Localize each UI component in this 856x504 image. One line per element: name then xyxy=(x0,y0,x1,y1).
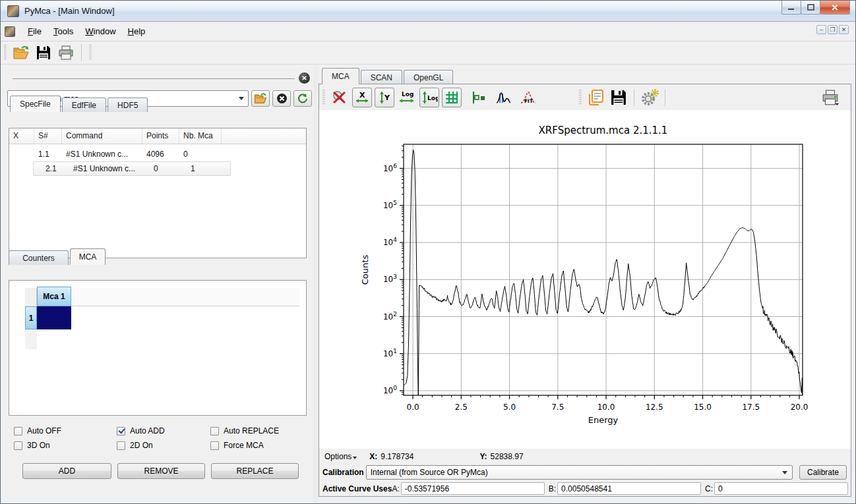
plot-toolbar: X Y Log xyxy=(319,84,851,110)
app-icon xyxy=(7,5,19,17)
svg-text:10.0: 10.0 xyxy=(597,403,615,412)
svg-text:X: X xyxy=(359,91,365,99)
options-button[interactable]: Options xyxy=(324,452,352,461)
col-x[interactable]: X xyxy=(9,128,34,144)
checkbox-auto-replace[interactable]: Auto REPLACE xyxy=(210,426,279,435)
window-title: PyMca - [Main Window] xyxy=(24,6,115,16)
active-curve-row: Active Curve Uses A: -0.53571956 B: 0.00… xyxy=(319,481,851,496)
preferences-icon[interactable] xyxy=(640,88,659,107)
c-field[interactable]: 0 xyxy=(714,482,848,495)
options-arrow-icon xyxy=(352,455,357,461)
a-field[interactable]: -0.53571956 xyxy=(401,482,545,495)
checkbox-3d-on[interactable]: 3D On xyxy=(14,441,50,450)
col-nbmca[interactable]: Nb. Mca xyxy=(179,128,222,144)
scan-row-selected[interactable]: 2.1 #S1 Unknown c... 0 1 xyxy=(33,161,231,176)
remove-button[interactable]: REMOVE xyxy=(117,463,205,479)
y-log-button[interactable]: Log xyxy=(419,88,439,107)
mca-selected-cell[interactable] xyxy=(37,306,71,329)
y-autoscale-button[interactable]: Y xyxy=(375,88,394,107)
dock-close-icon[interactable]: ✕ xyxy=(299,72,310,84)
print-icon[interactable] xyxy=(57,44,75,61)
refresh-icon[interactable] xyxy=(293,90,312,107)
col-s[interactable]: S# xyxy=(34,128,62,144)
scan-table-header: X S# Command Points Nb. Mca xyxy=(9,128,306,144)
mca-row-header[interactable]: 1 xyxy=(25,306,37,329)
plot-toolbar-grip2[interactable] xyxy=(579,90,582,105)
menu-help[interactable]: Help xyxy=(122,24,152,39)
svg-text:Log: Log xyxy=(402,91,413,98)
menu-tools[interactable]: Tools xyxy=(47,24,79,39)
calibration-label: Calibration xyxy=(322,468,364,477)
checkbox-2d-on[interactable]: 2D On xyxy=(117,441,153,450)
tab-hdf5[interactable]: HDF5 xyxy=(107,98,148,112)
title-bar: PyMca - [Main Window] ✕ xyxy=(1,1,855,22)
x-axis-label: Energy xyxy=(588,415,619,425)
svg-text:Y: Y xyxy=(384,94,390,102)
open-source-button[interactable] xyxy=(251,90,270,107)
mca-column-header[interactable]: Mca 1 xyxy=(37,287,71,306)
grid-button[interactable] xyxy=(442,88,462,107)
x-log-icon[interactable]: Log xyxy=(397,88,417,107)
menu-file[interactable]: File xyxy=(22,24,47,39)
minimize-button[interactable] xyxy=(781,1,801,14)
svg-text:2.5: 2.5 xyxy=(455,403,468,412)
tab-mca-view[interactable]: MCA xyxy=(322,68,359,84)
checkbox-force-mca[interactable]: Force MCA xyxy=(210,441,264,450)
replace-button[interactable]: REPLACE xyxy=(211,463,299,479)
svg-text:5.0: 5.0 xyxy=(503,403,516,412)
cursor-y-label: Y: xyxy=(479,452,487,461)
calibrate-button[interactable]: Calibrate xyxy=(799,465,847,480)
close-source-button[interactable] xyxy=(272,90,291,107)
mdi-app-icon xyxy=(5,26,15,37)
col-points[interactable]: Points xyxy=(142,128,179,144)
mdi-close-button[interactable]: ✕ xyxy=(839,25,849,34)
svg-text:Log: Log xyxy=(427,95,438,101)
x-autoscale-button[interactable]: X xyxy=(352,88,372,107)
plot-canvas[interactable]: 0.02.55.07.510.012.515.017.520.010010110… xyxy=(319,110,851,449)
cursor-y-value: 52838.97 xyxy=(491,452,524,461)
svg-text:FIT: FIT xyxy=(524,98,534,104)
tab-specfile[interactable]: SpecFile xyxy=(10,96,61,112)
svg-text:12.5: 12.5 xyxy=(646,403,663,412)
save-icon[interactable] xyxy=(34,44,53,61)
zoom-reset-icon[interactable] xyxy=(330,88,350,107)
menu-window[interactable]: Window xyxy=(79,24,121,39)
plot-status-bar: Options X: 9.178734 Y: 52838.97 xyxy=(319,449,851,464)
toggle-points-icon[interactable] xyxy=(468,88,488,107)
mdi-restore-button[interactable]: ❐ xyxy=(828,25,838,34)
tab-edffile[interactable]: EdfFile xyxy=(62,98,106,112)
tab-mca[interactable]: MCA xyxy=(70,248,106,265)
calibration-combobox[interactable]: Internal (from Source OR PyMca) xyxy=(366,465,793,480)
tab-scan-view[interactable]: SCAN xyxy=(361,70,402,84)
chevron-down-icon xyxy=(782,471,787,474)
checkbox-auto-add[interactable]: Auto ADD xyxy=(117,426,165,435)
scan-row[interactable]: 1.1 #S1 Unknown c... 4096 0 xyxy=(9,147,306,161)
dock-separator xyxy=(13,78,295,79)
col-command[interactable]: Command xyxy=(62,128,142,144)
a-label: A: xyxy=(392,484,399,493)
tab-counters[interactable]: Counters xyxy=(9,250,69,265)
add-button[interactable]: ADD xyxy=(22,463,111,479)
fit-icon[interactable]: FIT xyxy=(518,88,538,107)
tab-opengl-view[interactable]: OpenGL xyxy=(404,70,453,84)
copy-icon[interactable] xyxy=(586,88,606,107)
close-button[interactable]: ✕ xyxy=(820,1,850,14)
mca-corner-cell xyxy=(25,288,37,306)
peak-search-icon[interactable] xyxy=(493,88,513,107)
open-file-icon[interactable] xyxy=(12,44,30,61)
print-plot-icon[interactable] xyxy=(820,88,840,107)
toolbar-grip2[interactable] xyxy=(89,45,92,61)
b-field[interactable]: 0.0050548541 xyxy=(557,482,701,495)
toolbar-grip[interactable] xyxy=(4,45,7,61)
panel-splitter[interactable] xyxy=(313,65,319,504)
save-plot-icon[interactable] xyxy=(609,88,628,107)
y-axis-label: Counts xyxy=(360,255,370,285)
mdi-minimize-button[interactable]: – xyxy=(816,25,826,34)
plot-title: XRFSpectrum.mca 2.1.1.1 xyxy=(539,125,668,136)
svg-text:17.5: 17.5 xyxy=(742,403,760,412)
maximize-button[interactable] xyxy=(801,1,820,14)
chevron-down-icon xyxy=(239,97,244,100)
plot-toolbar-grip[interactable] xyxy=(322,90,325,105)
cursor-x-label: X: xyxy=(369,452,377,461)
checkbox-auto-off[interactable]: Auto OFF xyxy=(14,426,61,435)
